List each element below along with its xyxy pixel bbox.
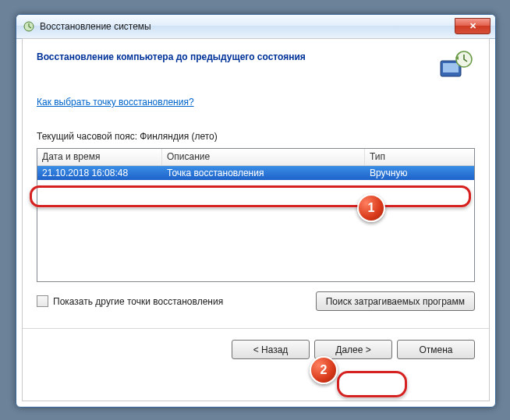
show-more-label: Показать другие точки восстановления — [53, 296, 223, 307]
cell-description: Точка восстановления — [162, 168, 365, 178]
help-link[interactable]: Как выбрать точку восстановления? — [37, 97, 194, 108]
timezone-label: Текущий часовой пояс: Финляндия (лето) — [23, 108, 489, 145]
restore-large-icon — [439, 50, 475, 81]
back-button[interactable]: < Назад — [232, 340, 310, 359]
cancel-button[interactable]: Отмена — [397, 340, 475, 359]
cell-datetime: 21.10.2018 16:08:48 — [37, 168, 162, 178]
table-header: Дата и время Описание Тип — [37, 149, 474, 166]
svg-rect-2 — [443, 63, 459, 72]
restore-icon — [23, 20, 35, 33]
col-description[interactable]: Описание — [162, 149, 365, 165]
col-datetime[interactable]: Дата и время — [37, 149, 162, 165]
col-type[interactable]: Тип — [365, 149, 474, 165]
show-more-checkbox[interactable] — [37, 295, 48, 307]
close-button[interactable]: ✕ — [455, 18, 491, 34]
cell-type: Вручную — [365, 168, 474, 178]
scan-programs-button[interactable]: Поиск затрагиваемых программ — [316, 291, 475, 311]
restore-points-table: Дата и время Описание Тип 21.10.2018 16:… — [37, 148, 475, 282]
client-area: Восстановление компьютера до предыдущего… — [22, 38, 490, 401]
page-heading: Восстановление компьютера до предыдущего… — [37, 50, 439, 62]
system-restore-window: Восстановление системы ✕ Восстановление … — [16, 14, 496, 408]
close-icon: ✕ — [469, 22, 476, 30]
window-title: Восстановление системы — [40, 21, 455, 32]
table-row[interactable]: 21.10.2018 16:08:48 Точка восстановления… — [37, 166, 474, 180]
next-button[interactable]: Далее > — [314, 340, 392, 359]
titlebar[interactable]: Восстановление системы ✕ — [16, 15, 495, 39]
